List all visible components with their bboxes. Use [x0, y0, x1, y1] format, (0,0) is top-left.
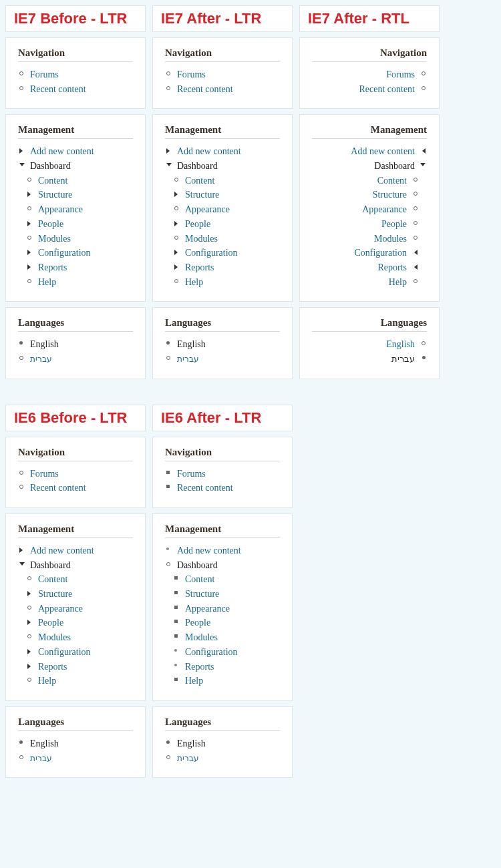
nav-item-forums[interactable]: Forums	[165, 67, 280, 82]
collapsed-icon	[27, 591, 31, 596]
title-text: IE6 Before - LTR	[14, 409, 137, 427]
mgmt-item-modules[interactable]: Modules	[165, 630, 280, 645]
mgmt-item-add[interactable]: Add new content	[165, 144, 280, 159]
circle-icon	[166, 562, 170, 566]
mgmt-item-dashboard[interactable]: Dashboard	[165, 159, 280, 174]
nav-item-recent[interactable]: Recent content	[18, 481, 133, 495]
mgmt-item-people[interactable]: People	[18, 217, 133, 232]
collapsed-icon	[27, 264, 31, 270]
lang-item-hebrew[interactable]: עברית	[18, 751, 133, 766]
link-text: Help	[185, 676, 203, 686]
mgmt-item-content[interactable]: Content	[312, 174, 427, 188]
mgmt-item-appearance[interactable]: Appearance	[18, 202, 133, 217]
disc-icon	[422, 356, 426, 359]
mgmt-item-appearance[interactable]: Appearance	[165, 602, 280, 616]
link-text: Add new content	[177, 146, 241, 156]
mgmt-item-configuration[interactable]: Configuration	[18, 246, 133, 260]
mgmt-item-dashboard[interactable]: Dashboard	[18, 558, 133, 573]
block-languages: Languages English עברית	[152, 307, 293, 379]
collapsed-icon	[422, 148, 426, 154]
mgmt-item-structure[interactable]: Structure	[312, 188, 427, 202]
mgmt-item-reports[interactable]: Reports	[165, 260, 280, 275]
mgmt-item-structure[interactable]: Structure	[165, 188, 280, 202]
disc-icon	[174, 664, 177, 666]
mgmt-item-configuration[interactable]: Configuration	[312, 246, 427, 260]
mgmt-item-content[interactable]: Content	[18, 572, 133, 587]
nav-item-recent[interactable]: Recent content	[18, 82, 133, 97]
mgmt-item-people[interactable]: People	[165, 217, 280, 232]
mgmt-item-appearance[interactable]: Appearance	[312, 202, 427, 217]
link-text: Forums	[30, 69, 59, 79]
link-text: עברית	[391, 354, 415, 364]
link-text: Modules	[38, 234, 71, 244]
mgmt-item-help[interactable]: Help	[18, 674, 133, 688]
mgmt-item-content[interactable]: Content	[165, 174, 280, 188]
link-text: Add new content	[177, 546, 241, 556]
mgmt-item-help[interactable]: Help	[18, 275, 133, 290]
leaf-icon	[166, 71, 170, 75]
square-icon	[174, 634, 178, 638]
mgmt-item-dashboard[interactable]: Dashboard	[165, 558, 280, 573]
nav-item-forums[interactable]: Forums	[312, 67, 427, 82]
leaf-icon	[27, 606, 31, 610]
mgmt-item-appearance[interactable]: Appearance	[165, 202, 280, 217]
lang-item-english[interactable]: English	[312, 337, 427, 352]
lang-item-hebrew[interactable]: עברית	[312, 352, 427, 367]
mgmt-item-modules[interactable]: Modules	[18, 630, 133, 645]
lang-item-english[interactable]: English	[165, 337, 280, 352]
leaf-icon	[413, 279, 418, 283]
mgmt-item-appearance[interactable]: Appearance	[18, 602, 133, 616]
nav-item-recent[interactable]: Recent content	[312, 82, 427, 97]
mgmt-item-help[interactable]: Help	[165, 275, 280, 290]
lang-item-hebrew[interactable]: עברית	[18, 352, 133, 367]
nav-item-recent[interactable]: Recent content	[165, 82, 280, 97]
mgmt-item-add[interactable]: Add new content	[18, 544, 133, 558]
lang-item-english[interactable]: English	[18, 337, 133, 352]
mgmt-item-reports[interactable]: Reports	[18, 660, 133, 674]
title-text: IE7 After - RTL	[308, 10, 431, 27]
disc-icon	[174, 649, 177, 652]
mgmt-item-people[interactable]: People	[165, 616, 280, 630]
mgmt-item-modules[interactable]: Modules	[165, 232, 280, 246]
mgmt-item-structure[interactable]: Structure	[18, 587, 133, 602]
mgmt-item-dashboard[interactable]: Dashboard	[18, 159, 133, 174]
languages-heading: Languages	[18, 317, 133, 332]
mgmt-item-add[interactable]: Add new content	[18, 144, 133, 159]
languages-heading: Languages	[312, 317, 427, 332]
mgmt-item-modules[interactable]: Modules	[312, 232, 427, 246]
mgmt-item-configuration[interactable]: Configuration	[165, 246, 280, 260]
collapsed-icon	[414, 264, 418, 270]
mgmt-item-content[interactable]: Content	[165, 572, 280, 587]
mgmt-item-reports[interactable]: Reports	[18, 260, 133, 275]
mgmt-item-people[interactable]: People	[312, 217, 427, 232]
leaf-icon	[413, 221, 418, 225]
nav-item-forums[interactable]: Forums	[165, 467, 280, 481]
mgmt-item-modules[interactable]: Modules	[18, 232, 133, 246]
lang-item-hebrew[interactable]: עברית	[165, 751, 280, 766]
link-text: Content	[38, 574, 67, 584]
nav-item-forums[interactable]: Forums	[18, 467, 133, 481]
lang-item-hebrew[interactable]: עברית	[165, 352, 280, 367]
collapsed-icon	[27, 221, 31, 226]
mgmt-item-people[interactable]: People	[18, 616, 133, 630]
mgmt-item-help[interactable]: Help	[312, 275, 427, 290]
mgmt-item-help[interactable]: Help	[165, 674, 280, 688]
mgmt-item-reports[interactable]: Reports	[165, 660, 280, 674]
mgmt-item-structure[interactable]: Structure	[165, 587, 280, 602]
management-heading: Management	[18, 124, 133, 139]
block-navigation: Navigation Forums Recent content	[5, 437, 146, 508]
nav-item-forums[interactable]: Forums	[18, 67, 133, 82]
link-text: Content	[377, 176, 407, 186]
mgmt-item-add[interactable]: Add new content	[312, 144, 427, 159]
lang-item-english[interactable]: English	[165, 736, 280, 751]
nav-item-recent[interactable]: Recent content	[165, 481, 280, 495]
mgmt-item-configuration[interactable]: Configuration	[18, 645, 133, 660]
mgmt-item-content[interactable]: Content	[18, 174, 133, 188]
mgmt-item-configuration[interactable]: Configuration	[165, 645, 280, 660]
lang-item-english[interactable]: English	[18, 736, 133, 751]
mgmt-item-dashboard[interactable]: Dashboard	[312, 159, 427, 174]
link-text: Recent content	[30, 84, 86, 94]
mgmt-item-reports[interactable]: Reports	[312, 260, 427, 275]
mgmt-item-add[interactable]: Add new content	[165, 544, 280, 558]
mgmt-item-structure[interactable]: Structure	[18, 188, 133, 202]
